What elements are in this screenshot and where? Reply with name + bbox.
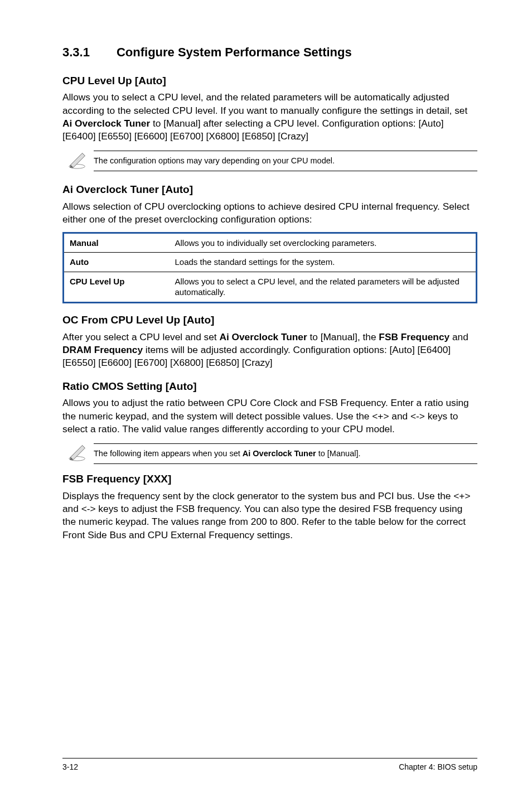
bold-ai-overclock-tuner: Ai Overclock Tuner [243, 449, 316, 458]
note-text: The following item appears when you set … [94, 443, 477, 464]
text-fragment: to [Manual]. [316, 449, 361, 458]
note-block: The following item appears when you set … [62, 441, 477, 466]
page-number: 3-12 [62, 762, 78, 772]
options-table: Manual Allows you to individually set ov… [62, 232, 477, 303]
heading-cpu-level-up: CPU Level Up [Auto] [62, 74, 477, 88]
note-block: The configuration options may vary depen… [62, 149, 477, 173]
section-header: 3.3.1 Configure System Performance Setti… [62, 45, 477, 61]
option-key: Manual [64, 233, 170, 253]
svg-marker-1 [70, 153, 85, 167]
table-row: CPU Level Up Allows you to select a CPU … [64, 272, 477, 302]
table-row: Manual Allows you to individually set ov… [64, 233, 477, 253]
bold-dram-frequency: DRAM Frequency [62, 344, 143, 355]
bold-ai-overclock-tuner: Ai Overclock Tuner [62, 118, 150, 129]
text-fragment: to [Manual], the [307, 331, 379, 342]
section-number: 3.3.1 [62, 45, 90, 61]
bold-ai-overclock-tuner: Ai Overclock Tuner [219, 331, 307, 342]
text-fragment: Allows you to select a CPU level, and th… [62, 91, 467, 115]
body-ai-overclock-tuner: Allows selection of CPU overclocking opt… [62, 200, 477, 226]
chapter-label: Chapter 4: BIOS setup [399, 762, 477, 772]
option-desc: Allows you to select a CPU level, and th… [170, 272, 477, 302]
body-fsb-frequency: Displays the frequency sent by the clock… [62, 490, 477, 542]
text-fragment: and [449, 331, 468, 342]
svg-marker-5 [70, 446, 85, 460]
pencil-note-icon [67, 149, 94, 173]
section-title: Configure System Performance Settings [117, 45, 352, 61]
option-desc: Loads the standard settings for the syst… [170, 253, 477, 272]
heading-oc-from-cpu-level-up: OC From CPU Level Up [Auto] [62, 313, 477, 327]
body-cpu-level-up: Allows you to select a CPU level, and th… [62, 91, 477, 143]
heading-ai-overclock-tuner: Ai Overclock Tuner [Auto] [62, 183, 477, 197]
pencil-note-icon [67, 441, 94, 466]
option-key: CPU Level Up [64, 272, 170, 302]
note-text: The configuration options may vary depen… [94, 151, 477, 171]
option-desc: Allows you to individually set overclock… [170, 233, 477, 253]
body-oc-from-cpu-level-up: After you select a CPU level and set Ai … [62, 331, 477, 370]
text-fragment: After you select a CPU level and set [62, 331, 219, 342]
heading-ratio-cmos-setting: Ratio CMOS Setting [Auto] [62, 380, 477, 394]
heading-fsb-frequency: FSB Frequency [XXX] [62, 472, 477, 486]
table-row: Auto Loads the standard settings for the… [64, 253, 477, 272]
page-footer: 3-12 Chapter 4: BIOS setup [62, 758, 477, 772]
bold-fsb-frequency: FSB Frequency [379, 331, 449, 342]
body-ratio-cmos-setting: Allows you to adjust the ratio between C… [62, 397, 477, 436]
text-fragment: The following item appears when you set [94, 449, 243, 458]
option-key: Auto [64, 253, 170, 272]
